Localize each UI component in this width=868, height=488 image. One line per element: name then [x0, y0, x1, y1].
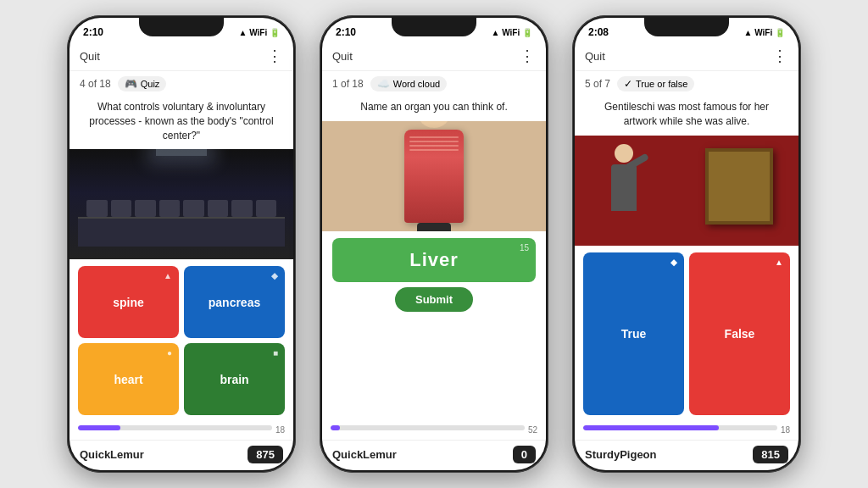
answer-brain[interactable]: ■ brain — [184, 343, 285, 415]
answer-false[interactable]: ▲ False — [689, 252, 790, 415]
question-text: What controls voluntary & involuntary pr… — [70, 97, 293, 149]
progress-row: 4 of 18 🎮 Quiz — [70, 71, 293, 97]
status-icons: ▲ WiFi 🔋 — [239, 28, 280, 37]
score-value: 875 — [248, 446, 283, 463]
answer-pancreas[interactable]: ◆ pancreas — [184, 266, 285, 338]
progress-count: 4 of 18 — [80, 78, 111, 90]
badge-label: True or false — [636, 79, 687, 89]
progress-row: 1 of 18 ☁️ Word cloud — [322, 71, 546, 97]
answer-label-brain: brain — [220, 373, 248, 386]
painting-frame — [705, 148, 773, 225]
status-time: 2:10 — [336, 26, 356, 38]
true-false-grid: ◆ True ▲ False — [575, 246, 798, 422]
app-bar: Quit ⋮ — [70, 42, 293, 71]
score-name: QuickLemur — [332, 448, 397, 461]
progress-bar-track — [78, 425, 272, 430]
answer-icon-spine: ▲ — [164, 271, 172, 280]
art-image — [575, 136, 798, 246]
tf-icon-false: ▲ — [775, 258, 783, 267]
word-answer-box: Liver 15 — [332, 238, 536, 282]
word-count-badge: 15 — [520, 243, 529, 252]
score-row: SturdyPigeon 815 — [575, 440, 798, 470]
answer-icon-pancreas: ◆ — [271, 271, 278, 280]
score-name: SturdyPigeon — [585, 448, 657, 461]
notch — [139, 18, 224, 36]
progress-bar-row: 52 — [322, 422, 546, 440]
quit-button[interactable]: Quit — [585, 50, 605, 63]
person-figure — [609, 144, 638, 237]
progress-bar-track — [583, 425, 777, 430]
progress-bar-count: 18 — [275, 425, 285, 435]
badge-icon: ✓ — [624, 78, 632, 90]
anatomy-image — [322, 121, 546, 231]
progress-bar-track — [331, 425, 525, 430]
badge-label: Quiz — [141, 79, 160, 89]
status-time: 2:10 — [83, 26, 103, 38]
notch — [644, 18, 729, 36]
score-value: 815 — [753, 446, 788, 463]
truefalse-badge: ✓ True or false — [617, 76, 694, 92]
progress-count: 1 of 18 — [332, 78, 364, 90]
score-name: QuickLemur — [80, 448, 144, 461]
score-row: QuickLemur 875 — [70, 440, 293, 470]
phone-wordcloud: 2:10 ▲ WiFi 🔋 Quit ⋮ 1 of 18 ☁️ Word clo… — [320, 15, 548, 473]
quit-button[interactable]: Quit — [80, 50, 100, 63]
badge-label: Word cloud — [393, 79, 440, 89]
progress-bar-count: 18 — [781, 425, 790, 435]
progress-bar-count: 52 — [528, 425, 537, 435]
progress-bar-row: 18 — [70, 422, 293, 440]
answer-label-heart: heart — [114, 373, 142, 386]
answer-label-pancreas: pancreas — [209, 296, 260, 309]
answer-label-spine: spine — [113, 296, 144, 309]
submit-button[interactable]: Submit — [395, 287, 473, 312]
score-row: QuickLemur 0 — [322, 440, 546, 470]
phone-quiz: 2:10 ▲ WiFi 🔋 Quit ⋮ 4 of 18 🎮 Quiz What… — [67, 15, 296, 473]
quit-button[interactable]: Quit — [332, 50, 353, 63]
answer-heart[interactable]: ● heart — [78, 343, 179, 415]
answer-grid: ▲ spine ◆ pancreas ● heart ■ brain — [70, 259, 293, 422]
notch — [392, 18, 476, 36]
answer-spine[interactable]: ▲ spine — [78, 266, 179, 338]
word-answer-text: Liver — [409, 249, 459, 271]
progress-count: 5 of 7 — [585, 78, 610, 90]
progress-bar-fill — [331, 425, 340, 430]
badge-icon: ☁️ — [377, 78, 390, 90]
question-text: Name an organ you can think of. — [322, 97, 546, 121]
question-image — [70, 149, 293, 259]
tf-label-false: False — [725, 327, 755, 341]
question-text: Gentileschi was most famous for her artw… — [575, 97, 798, 136]
more-button[interactable]: ⋮ — [520, 47, 536, 65]
status-icons: ▲ WiFi 🔋 — [744, 28, 785, 37]
phones-container: 2:10 ▲ WiFi 🔋 Quit ⋮ 4 of 18 🎮 Quiz What… — [50, 0, 818, 488]
tf-label-true: True — [621, 327, 647, 341]
status-icons: ▲ WiFi 🔋 — [492, 28, 532, 37]
score-value: 0 — [513, 446, 536, 463]
wordcloud-badge: ☁️ Word cloud — [370, 76, 447, 92]
answer-true[interactable]: ◆ True — [583, 252, 684, 415]
app-bar: Quit ⋮ — [575, 42, 798, 71]
progress-row: 5 of 7 ✓ True or false — [575, 71, 798, 97]
quiz-badge: 🎮 Quiz — [118, 76, 167, 92]
more-button[interactable]: ⋮ — [267, 47, 283, 65]
tf-icon-true: ◆ — [670, 258, 677, 267]
progress-bar-fill — [78, 425, 120, 430]
answer-icon-brain: ■ — [273, 348, 278, 358]
progress-bar-row: 18 — [575, 422, 798, 440]
app-bar: Quit ⋮ — [322, 42, 546, 71]
answer-icon-heart: ● — [167, 348, 172, 358]
phone-truefalse: 2:08 ▲ WiFi 🔋 Quit ⋮ 5 of 7 ✓ True or fa… — [572, 15, 801, 473]
progress-bar-fill — [583, 425, 719, 430]
more-button[interactable]: ⋮ — [772, 47, 788, 65]
status-time: 2:08 — [588, 26, 609, 38]
badge-icon: 🎮 — [125, 78, 137, 90]
word-input-area: Liver 15 Submit — [322, 231, 546, 422]
